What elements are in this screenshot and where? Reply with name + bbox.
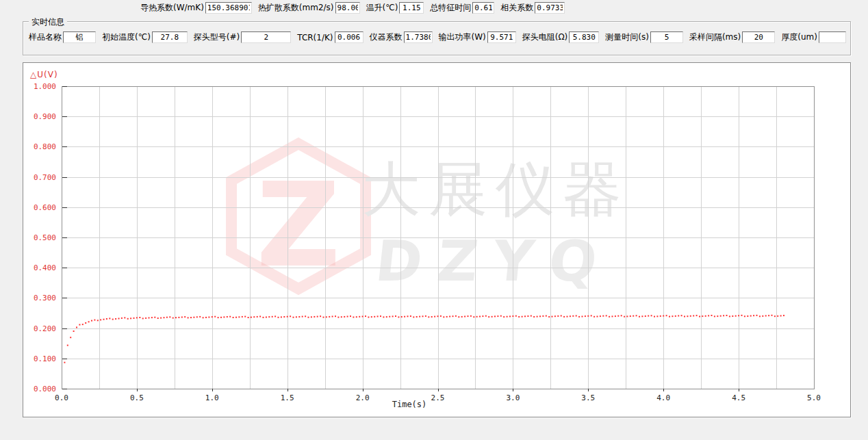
svg-text:0.000: 0.000 (34, 385, 56, 393)
field-pair: TCR(1/K) (297, 31, 363, 43)
field-label: 导热系数(W/mK) (140, 2, 204, 14)
watermark-text-cn: 大展仪器 (361, 155, 630, 223)
grid-lines (62, 86, 814, 389)
field-input[interactable] (404, 31, 433, 43)
svg-text:0.800: 0.800 (34, 142, 56, 151)
svg-text:1.5: 1.5 (281, 393, 294, 402)
field-pair: 导热系数(W/mK) (140, 2, 252, 14)
field-label: 相关系数 (500, 2, 533, 14)
field-input[interactable] (205, 2, 252, 14)
field-label: 热扩散系数(mm2/s) (258, 2, 334, 14)
field-label: 厚度(um) (781, 31, 817, 43)
field-input[interactable] (241, 31, 291, 43)
field-pair: 采样间隔(ms) (689, 31, 775, 43)
field-pair: 温升(℃) (366, 2, 424, 14)
svg-text:0.200: 0.200 (34, 324, 56, 333)
svg-text:3.5: 3.5 (581, 393, 595, 402)
svg-text:4.0: 4.0 (656, 393, 670, 402)
field-input[interactable] (650, 31, 683, 43)
field-pair: 总特征时间 (430, 2, 494, 14)
field-pair: 初始温度(℃) (102, 31, 188, 43)
field-label: 总特征时间 (430, 2, 471, 14)
field-input[interactable] (487, 31, 516, 43)
svg-text:0.300: 0.300 (34, 294, 56, 302)
field-label: 探头型号(#) (194, 31, 240, 43)
svg-text:1.000: 1.000 (34, 82, 56, 91)
watermark-text-en: DZYQ (372, 229, 615, 294)
field-label: 采样间隔(ms) (689, 31, 741, 43)
field-input[interactable] (742, 31, 775, 43)
field-label: 输出功率(W) (439, 31, 486, 43)
field-input[interactable] (472, 2, 494, 14)
realtime-info-groupbox: 实时信息 样品名称初始温度(℃)探头型号(#)TCR(1/K)仪器系数输出功率(… (23, 21, 851, 55)
field-pair: 仪器系数 (370, 31, 433, 43)
field-pair: 样品名称 (29, 31, 96, 43)
svg-text:0.5: 0.5 (130, 393, 144, 402)
svg-text:5.0: 5.0 (807, 393, 821, 402)
y-tick-labels: 0.0000.1000.2000.3000.4000.5000.6000.700… (34, 82, 56, 393)
realtime-fields-row: 样品名称初始温度(℃)探头型号(#)TCR(1/K)仪器系数输出功率(W)探头电… (29, 31, 852, 43)
field-pair: 输出功率(W) (439, 31, 516, 43)
chart-panel: Z大展仪器DZYQ0.0000.1000.2000.3000.4000.5000… (23, 62, 851, 417)
field-label: 探头电阻(Ω) (522, 31, 568, 43)
x-axis-title: Time(s) (368, 400, 450, 409)
field-input[interactable] (63, 31, 96, 43)
y-axis-title: △U(V) (30, 70, 58, 79)
svg-text:4.5: 4.5 (732, 393, 745, 402)
field-label: TCR(1/K) (297, 33, 333, 42)
field-pair: 探头电阻(Ω) (522, 31, 600, 43)
app-window: { "window": { "bg": "#f0f0f0", "panel_bg… (0, 0, 868, 440)
field-pair: 相关系数 (500, 2, 565, 14)
field-label: 样品名称 (29, 31, 62, 43)
svg-text:0.900: 0.900 (34, 112, 56, 121)
result-fields-row: 导热系数(W/mK)热扩散系数(mm2/s)温升(℃)总特征时间相关系数 (140, 2, 571, 14)
field-pair: 测量时间(s) (605, 31, 683, 43)
field-input[interactable] (399, 2, 424, 14)
field-input[interactable] (819, 31, 846, 43)
field-input[interactable] (535, 2, 565, 14)
svg-text:0.600: 0.600 (34, 203, 56, 212)
field-input[interactable] (152, 31, 188, 43)
field-label: 测量时间(s) (605, 31, 649, 43)
svg-text:0.100: 0.100 (34, 354, 56, 363)
field-label: 初始温度(℃) (102, 31, 151, 43)
svg-text:3.0: 3.0 (506, 393, 520, 402)
field-pair: 热扩散系数(mm2/s) (258, 2, 360, 14)
svg-text:0.700: 0.700 (34, 173, 56, 182)
data-series-points (64, 315, 784, 363)
svg-text:1.0: 1.0 (205, 393, 219, 402)
field-label: 仪器系数 (370, 31, 403, 43)
chart: Z大展仪器DZYQ0.0000.1000.2000.3000.4000.5000… (23, 63, 852, 418)
svg-text:0.0: 0.0 (55, 393, 68, 402)
field-input[interactable] (335, 2, 360, 14)
field-pair: 厚度(um) (781, 31, 846, 43)
field-label: 温升(℃) (366, 2, 398, 14)
field-input[interactable] (569, 31, 599, 43)
field-pair: 探头型号(#) (194, 31, 291, 43)
groupbox-title: 实时信息 (29, 16, 67, 28)
svg-text:0.500: 0.500 (34, 233, 56, 242)
svg-text:2.0: 2.0 (356, 393, 370, 402)
svg-text:0.400: 0.400 (34, 263, 56, 272)
watermark: Z大展仪器DZYQ (231, 144, 630, 294)
field-input[interactable] (335, 31, 363, 43)
